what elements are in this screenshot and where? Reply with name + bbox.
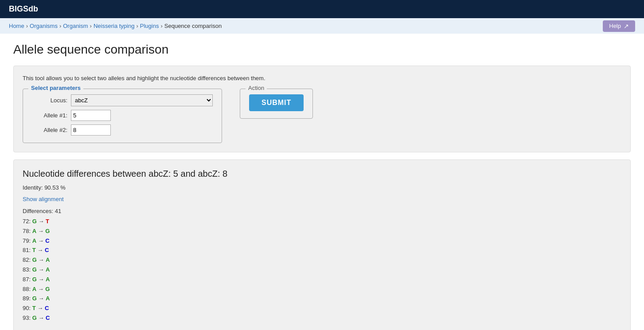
sep-3: › <box>90 23 92 29</box>
help-label: Help <box>609 23 621 29</box>
allele1-label: Allele #1: <box>32 112 67 119</box>
show-alignment-link[interactable]: Show alignment <box>23 196 64 202</box>
sep-2: › <box>59 23 61 29</box>
locus-row: Locus: abcZ <box>32 94 213 106</box>
form-row: Select parameters Locus: abcZ Allele #1:… <box>23 89 621 143</box>
help-button[interactable]: Help ↗ <box>603 20 635 32</box>
breadcrumb-home[interactable]: Home <box>9 23 24 29</box>
diff-item: 87: G → A <box>23 275 621 284</box>
diff-item: 83: G → A <box>23 265 621 275</box>
breadcrumb: Home › Organisms › Organism › Neisseria … <box>0 18 644 34</box>
topbar: BIGSdb <box>0 0 644 18</box>
allele1-row: Allele #1: <box>32 110 213 121</box>
breadcrumb-plugins[interactable]: Plugins <box>140 23 159 29</box>
diff-item: 90: T → C <box>23 304 621 313</box>
diff-item: 88: A → G <box>23 285 621 294</box>
diff-item: 89: G → A <box>23 294 621 303</box>
select-parameters-group: Select parameters Locus: abcZ Allele #1:… <box>23 89 222 143</box>
locus-label: Locus: <box>32 97 67 104</box>
diff-item: 93: G → C <box>23 314 621 323</box>
results-title: Nucleotide differences between abcZ: 5 a… <box>23 169 621 179</box>
allele1-input[interactable] <box>71 110 111 121</box>
allele2-label: Allele #2: <box>32 127 67 133</box>
breadcrumb-current: Sequence comparison <box>164 23 222 29</box>
page-title: Allele sequence comparison <box>13 43 631 57</box>
main-content: Allele sequence comparison This tool all… <box>0 34 644 330</box>
submit-button[interactable]: SUBMIT <box>249 94 304 111</box>
identity-text: Identity: 90.53 % <box>23 184 621 191</box>
select-parameters-legend: Select parameters <box>28 85 83 91</box>
parameters-panel: This tool allows you to select two allel… <box>13 66 631 152</box>
allele2-row: Allele #2: <box>32 124 213 136</box>
diff-item: 72: G → T <box>23 217 621 226</box>
breadcrumb-neisseria[interactable]: Neisseria typing <box>94 23 135 29</box>
action-group: Action SUBMIT <box>240 89 313 119</box>
description-text: This tool allows you to select two allel… <box>23 75 621 82</box>
diff-item: 82: G → A <box>23 256 621 265</box>
results-panel: Nucleotide differences between abcZ: 5 a… <box>13 159 631 330</box>
diff-item: 81: T → C <box>23 246 621 255</box>
diff-list: 72: G → T78: A → G79: A → C81: T → C82: … <box>23 217 621 323</box>
sep-5: › <box>160 23 162 29</box>
action-legend: Action <box>246 85 267 91</box>
diff-item: 79: A → C <box>23 237 621 246</box>
allele2-input[interactable] <box>71 124 111 136</box>
sep-1: › <box>26 23 28 29</box>
sep-4: › <box>136 23 138 29</box>
locus-select[interactable]: abcZ <box>71 94 213 106</box>
external-link-icon: ↗ <box>624 23 629 30</box>
breadcrumb-organisms[interactable]: Organisms <box>30 23 58 29</box>
diff-item: 78: A → G <box>23 227 621 236</box>
breadcrumb-organism[interactable]: Organism <box>63 23 88 29</box>
differences-header: Differences: 41 <box>23 208 621 214</box>
app-title: BIGSdb <box>9 4 38 13</box>
